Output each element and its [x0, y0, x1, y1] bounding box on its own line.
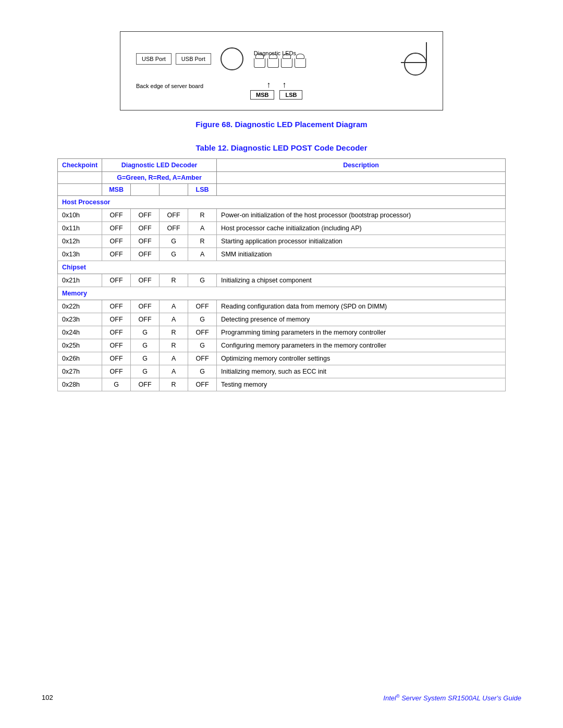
- checkpoint-cell: 0x26h: [58, 352, 102, 365]
- lsb-cell: OFF: [188, 352, 217, 365]
- c2-cell: OFF: [131, 222, 160, 235]
- msb-cell: OFF: [102, 313, 131, 326]
- section-header-row: Chipset: [58, 261, 506, 274]
- checkpoint-cell: 0x25h: [58, 339, 102, 352]
- table-row: 0x21hOFFOFFRGInitializing a chipset comp…: [58, 274, 506, 287]
- checkpoint-cell: 0x21h: [58, 274, 102, 287]
- lsb-diagram-box: LSB: [279, 90, 302, 100]
- lsb-cell: R: [188, 235, 217, 248]
- msb-lsb-boxes: MSB LSB: [250, 90, 302, 100]
- section-header-label: Chipset: [58, 261, 506, 274]
- figure-caption: Figure 68. Diagnostic LED Placement Diag…: [195, 120, 367, 129]
- table-row: 0x11hOFFOFFOFFAHost processor cache init…: [58, 222, 506, 235]
- msb-cell: OFF: [102, 352, 131, 365]
- c3-cell: OFF: [160, 222, 188, 235]
- msb-cell: OFF: [102, 365, 131, 378]
- msb-cell: OFF: [102, 326, 131, 339]
- section-header-row: Host Processor: [58, 196, 506, 209]
- c3-cell: A: [160, 300, 188, 313]
- header-lsb: LSB: [188, 184, 217, 196]
- lsb-cell: G: [188, 339, 217, 352]
- lsb-cell: G: [188, 274, 217, 287]
- table-row: 0x28hGOFFROFFTesting memory: [58, 378, 506, 391]
- led-3: [281, 58, 292, 68]
- checkpoint-cell: 0x23h: [58, 313, 102, 326]
- page-footer: 102 Intel® Server System SR1500AL User's…: [42, 694, 521, 702]
- msb-cell: OFF: [102, 248, 131, 261]
- c3-cell: R: [160, 339, 188, 352]
- lsb-cell: OFF: [188, 326, 217, 339]
- description-cell: Initializing a chipset component: [217, 274, 506, 287]
- lsb-cell: G: [188, 313, 217, 326]
- c2-cell: G: [131, 326, 160, 339]
- checkpoint-cell: 0x13h: [58, 248, 102, 261]
- c2-cell: OFF: [131, 209, 160, 222]
- description-cell: SMM initialization: [217, 248, 506, 261]
- table-row: 0x27hOFFGAGInitializing memory, such as …: [58, 365, 506, 378]
- description-cell: Testing memory: [217, 378, 506, 391]
- msb-diagram-box: MSB: [250, 90, 274, 100]
- description-cell: Initializing memory, such as ECC init: [217, 365, 506, 378]
- c2-cell: OFF: [131, 378, 160, 391]
- msb-cell: G: [102, 378, 131, 391]
- c2-cell: G: [131, 365, 160, 378]
- table-caption: Table 12. Diagnostic LED POST Code Decod…: [196, 143, 368, 152]
- lsb-cell: G: [188, 365, 217, 378]
- diagnostic-led-diagram: USB Port USB Port Diagnostic LEDs: [120, 31, 443, 110]
- table-row: 0x26hOFFGAOFFOptimizing memory controlle…: [58, 352, 506, 365]
- checkpoint-cell: 0x22h: [58, 300, 102, 313]
- table-row: 0x13hOFFOFFGASMM initialization: [58, 248, 506, 261]
- msb-lsb-header-row: MSB LSB: [58, 184, 506, 196]
- c2-cell: OFF: [131, 313, 160, 326]
- c2-cell: OFF: [131, 235, 160, 248]
- msb-cell: OFF: [102, 300, 131, 313]
- msb-cell: OFF: [102, 235, 131, 248]
- c3-cell: G: [160, 248, 188, 261]
- connector-circle-left: [221, 47, 243, 70]
- led-4: [295, 58, 306, 68]
- table-row: 0x12hOFFOFFGRStarting application proces…: [58, 235, 506, 248]
- header-description: Description: [217, 159, 506, 172]
- lsb-cell: R: [188, 209, 217, 222]
- footer-doc-title: Intel® Server System SR1500AL User's Gui…: [383, 694, 521, 702]
- msb-cell: OFF: [102, 209, 131, 222]
- checkpoint-cell: 0x27h: [58, 365, 102, 378]
- header-checkpoint: Checkpoint: [58, 159, 102, 172]
- description-cell: Configuring memory parameters in the mem…: [217, 339, 506, 352]
- c2-cell: G: [131, 339, 160, 352]
- post-code-table: Checkpoint Diagnostic LED Decoder Descri…: [57, 158, 506, 391]
- arrow-up-2: ↑: [282, 81, 286, 89]
- msb-lsb-area: ↑ ↑ MSB LSB: [250, 81, 302, 100]
- description-cell: Reading configuration data from memory (…: [217, 300, 506, 313]
- c3-cell: A: [160, 313, 188, 326]
- arrows: ↑ ↑: [266, 81, 286, 89]
- usb-port-1-label: USB Port: [136, 53, 172, 65]
- section-header-label: Host Processor: [58, 196, 506, 209]
- diag-leds-area: Diagnostic LEDs: [254, 50, 306, 68]
- header-led-decoder: Diagnostic LED Decoder: [102, 159, 217, 172]
- table-row: 0x10hOFFOFFOFFRPower-on initialization o…: [58, 209, 506, 222]
- c2-cell: OFF: [131, 248, 160, 261]
- c2-cell: G: [131, 352, 160, 365]
- header-msb: MSB: [102, 184, 131, 196]
- arrow-up-1: ↑: [266, 81, 271, 89]
- usb-port-2-label: USB Port: [176, 53, 211, 65]
- checkpoint-cell: 0x12h: [58, 235, 102, 248]
- checkpoint-cell: 0x10h: [58, 209, 102, 222]
- connector-circle-right: [404, 53, 427, 76]
- led-1: [254, 58, 265, 68]
- description-cell: Detecting presence of memory: [217, 313, 506, 326]
- table-header-row: Checkpoint Diagnostic LED Decoder Descri…: [58, 159, 506, 172]
- msb-cell: OFF: [102, 222, 131, 235]
- lsb-cell: A: [188, 248, 217, 261]
- c2-cell: OFF: [131, 274, 160, 287]
- back-edge-label: Back edge of server board: [136, 83, 203, 89]
- c3-cell: A: [160, 352, 188, 365]
- description-cell: Optimizing memory controller settings: [217, 352, 506, 365]
- table-row: 0x25hOFFGRGConfiguring memory parameters…: [58, 339, 506, 352]
- led-2: [267, 58, 279, 68]
- lsb-cell: OFF: [188, 300, 217, 313]
- table-row: 0x22hOFFOFFAOFFReading configuration dat…: [58, 300, 506, 313]
- description-cell: Host processor cache initialization (inc…: [217, 222, 506, 235]
- led-icons-row: [254, 58, 306, 68]
